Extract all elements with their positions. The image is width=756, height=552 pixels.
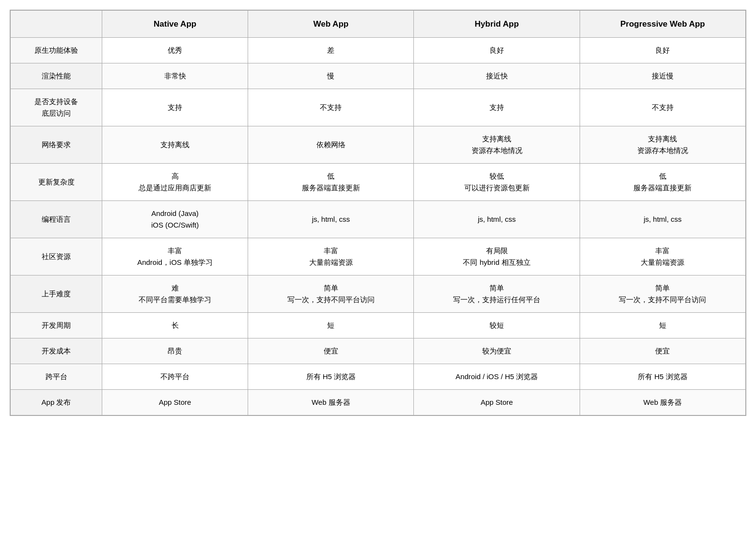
table-row: 开发周期长短较短短 (11, 313, 746, 338)
cell-hybrid: 较低 可以进行资源包更新 (414, 164, 580, 201)
cell-feature: 编程语言 (11, 201, 102, 238)
cell-feature: 网络要求 (11, 126, 102, 164)
cell-native: 昂贵 (102, 338, 248, 364)
cell-native: 不跨平台 (102, 364, 248, 390)
table-row: 编程语言Android (Java) iOS (OC/Swift)js, htm… (11, 201, 746, 238)
cell-feature: 是否支持设备 底层访问 (11, 89, 102, 126)
cell-feature: 开发成本 (11, 338, 102, 364)
cell-web: 简单 写一次，支持不同平台访问 (248, 276, 414, 313)
table-row: 是否支持设备 底层访问支持不支持支持不支持 (11, 89, 746, 126)
cell-native: 难 不同平台需要单独学习 (102, 276, 248, 313)
cell-feature: 社区资源 (11, 238, 102, 276)
cell-pwa: 不支持 (580, 89, 745, 126)
cell-native: Android (Java) iOS (OC/Swift) (102, 201, 248, 238)
cell-hybrid: 有局限 不同 hybrid 相互独立 (414, 238, 580, 276)
cell-feature: 更新复杂度 (11, 164, 102, 201)
cell-native: 非常快 (102, 63, 248, 89)
cell-pwa: 良好 (580, 38, 745, 63)
table-header-row: Native App Web App Hybrid App Progressiv… (11, 11, 746, 38)
header-hybrid: Hybrid App (414, 11, 580, 38)
cell-hybrid: App Store (414, 390, 580, 415)
cell-web: 不支持 (248, 89, 414, 126)
cell-native: 优秀 (102, 38, 248, 63)
header-pwa: Progressive Web App (580, 11, 745, 38)
cell-pwa: 短 (580, 313, 745, 338)
header-web: Web App (248, 11, 414, 38)
cell-feature: 跨平台 (11, 364, 102, 390)
cell-hybrid: 较为便宜 (414, 338, 580, 364)
table-row: 跨平台不跨平台所有 H5 浏览器Android / iOS / H5 浏览器所有… (11, 364, 746, 390)
cell-feature: 开发周期 (11, 313, 102, 338)
cell-pwa: 接近慢 (580, 63, 745, 89)
cell-pwa: 支持离线 资源存本地情况 (580, 126, 745, 164)
cell-feature: App 发布 (11, 390, 102, 415)
table-row: 渲染性能非常快慢接近快接近慢 (11, 63, 746, 89)
cell-pwa: Web 服务器 (580, 390, 745, 415)
cell-native: 支持 (102, 89, 248, 126)
cell-hybrid: Android / iOS / H5 浏览器 (414, 364, 580, 390)
cell-web: 低 服务器端直接更新 (248, 164, 414, 201)
cell-pwa: js, html, css (580, 201, 745, 238)
cell-pwa: 低 服务器端直接更新 (580, 164, 745, 201)
cell-web: 所有 H5 浏览器 (248, 364, 414, 390)
cell-feature: 原生功能体验 (11, 38, 102, 63)
cell-feature: 上手难度 (11, 276, 102, 313)
cell-web: Web 服务器 (248, 390, 414, 415)
cell-native: 高 总是通过应用商店更新 (102, 164, 248, 201)
cell-web: 慢 (248, 63, 414, 89)
cell-hybrid: 较短 (414, 313, 580, 338)
cell-pwa: 所有 H5 浏览器 (580, 364, 745, 390)
cell-hybrid: 简单 写一次，支持运行任何平台 (414, 276, 580, 313)
cell-native: 支持离线 (102, 126, 248, 164)
table-row: App 发布App StoreWeb 服务器App StoreWeb 服务器 (11, 390, 746, 415)
cell-web: 丰富 大量前端资源 (248, 238, 414, 276)
cell-feature: 渲染性能 (11, 63, 102, 89)
cell-native: App Store (102, 390, 248, 415)
cell-hybrid: 接近快 (414, 63, 580, 89)
table-row: 原生功能体验优秀差良好良好 (11, 38, 746, 63)
cell-web: 便宜 (248, 338, 414, 364)
comparison-table-wrapper: Native App Web App Hybrid App Progressiv… (10, 10, 746, 416)
cell-web: 差 (248, 38, 414, 63)
cell-hybrid: 支持离线 资源存本地情况 (414, 126, 580, 164)
cell-pwa: 便宜 (580, 338, 745, 364)
cell-hybrid: 良好 (414, 38, 580, 63)
cell-pwa: 简单 写一次，支持不同平台访问 (580, 276, 745, 313)
table-row: 开发成本昂贵便宜较为便宜便宜 (11, 338, 746, 364)
table-row: 网络要求支持离线依赖网络支持离线 资源存本地情况支持离线 资源存本地情况 (11, 126, 746, 164)
cell-web: js, html, css (248, 201, 414, 238)
cell-pwa: 丰富 大量前端资源 (580, 238, 745, 276)
header-native: Native App (102, 11, 248, 38)
comparison-table: Native App Web App Hybrid App Progressiv… (10, 10, 746, 415)
cell-native: 丰富 Android，iOS 单独学习 (102, 238, 248, 276)
table-row: 社区资源丰富 Android，iOS 单独学习丰富 大量前端资源有局限 不同 h… (11, 238, 746, 276)
cell-hybrid: js, html, css (414, 201, 580, 238)
cell-hybrid: 支持 (414, 89, 580, 126)
table-row: 上手难度难 不同平台需要单独学习简单 写一次，支持不同平台访问简单 写一次，支持… (11, 276, 746, 313)
cell-web: 短 (248, 313, 414, 338)
cell-web: 依赖网络 (248, 126, 414, 164)
table-row: 更新复杂度高 总是通过应用商店更新低 服务器端直接更新较低 可以进行资源包更新低… (11, 164, 746, 201)
header-feature (11, 11, 102, 38)
cell-native: 长 (102, 313, 248, 338)
